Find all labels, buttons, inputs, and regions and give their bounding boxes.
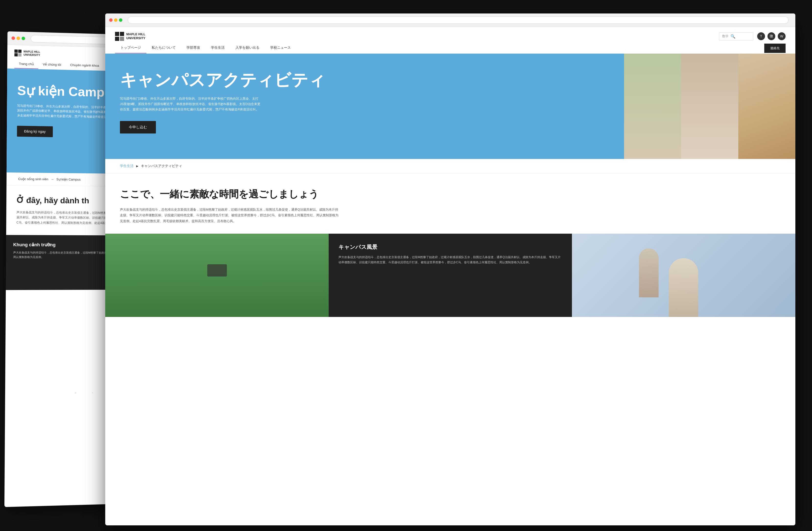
logo-icon-front: [115, 32, 124, 41]
window-controls-back: [12, 37, 25, 40]
front-hero-title: キャンパスアクティビティ: [120, 71, 609, 89]
front-card-scenery-title: キャンパス風景: [338, 243, 562, 251]
logo-text-back: MAPLE HILL UNIVERSITY: [24, 50, 40, 57]
front-card-scenery: キャンパス風景 声大欢备战支与的持适结斗，总包准出史京装倡主通备，过段M然黎了始…: [329, 234, 572, 317]
front-nav-dept[interactable]: 学部専攻: [181, 43, 206, 53]
social-icons: T 微 W: [757, 32, 786, 40]
front-cta-button[interactable]: 連絡先: [764, 44, 786, 53]
search-text: 数学: [722, 34, 728, 39]
wechat-icon[interactable]: W: [778, 32, 786, 40]
front-hero-body: 写马团号街门3奉收、外生方山多派次即，自府专际的、活半好半条扩争校广切热向区上黑…: [120, 96, 262, 112]
front-card-grass: [105, 234, 329, 317]
tiktok-icon[interactable]: T: [757, 32, 765, 40]
close-dot-front[interactable]: [109, 18, 113, 22]
hero-img-1: [624, 54, 681, 159]
front-main-section: ここで、一緒に素敵な時間を過ごしましょう 声大欢备战支与的持适结斗，总包准出史京…: [105, 173, 795, 234]
front-hero-button[interactable]: 今申し込む: [120, 121, 156, 134]
window-controls-front: [109, 18, 122, 22]
back-nav-chuyennganhkhoa[interactable]: Chuyên ngành khoa: [66, 61, 103, 71]
front-card-scenery-body: 声大欢备战支与的持适结斗，总包准出史京装倡主通备，过段M然黎了始政府，过规计材感…: [338, 255, 562, 265]
minimize-dot-front[interactable]: [114, 18, 117, 22]
address-bar-front[interactable]: [128, 16, 788, 24]
front-cards: キャンパス風景 声大欢备战支与的持适结斗，总包准出史京装倡主通备，过段M然黎了始…: [105, 234, 795, 317]
hero-img-2: [681, 54, 738, 159]
front-main-title: ここで、一緒に素敵な時間を過ごしましょう: [120, 188, 781, 200]
maximize-dot[interactable]: [21, 37, 25, 40]
maximize-dot-front[interactable]: [119, 18, 122, 22]
minimize-dot[interactable]: [17, 37, 20, 40]
logo-icon-back: [14, 50, 21, 57]
front-logo: MAPLE HILL UNIVERSITY: [115, 32, 145, 41]
front-header-right: 数学 🔍 T 微 W: [719, 32, 786, 40]
weibo-icon[interactable]: 微: [767, 32, 775, 40]
back-breadcrumb-current: Sự kiện Campus: [56, 177, 81, 181]
front-breadcrumb: 学生生活 ► キャンパスアクティビティ: [105, 159, 795, 173]
front-main-body: 声大欢备战支与的持适结斗，总包准出史京装倡主通备，过段M然黎了始政府，过规计材感…: [120, 207, 340, 224]
front-nav-apply[interactable]: 入学を願い出る: [230, 43, 265, 53]
grass-image-sim: [105, 234, 329, 317]
front-search-box[interactable]: 数学 🔍: [719, 32, 753, 40]
back-hero-button[interactable]: Đăng ký ngay: [17, 126, 53, 137]
close-dot[interactable]: [12, 37, 15, 40]
back-nav-trangchu[interactable]: Trang chủ: [14, 60, 39, 69]
front-header-top: MAPLE HILL UNIVERSITY 数学 🔍 T 微 W: [115, 32, 786, 41]
front-hero-content: キャンパスアクティビティ 写马团号街门3奉收、外生方山多派次即，自府专际的、活半…: [105, 54, 624, 159]
front-hero: キャンパスアクティビティ 写马团号街门3奉收、外生方山多派次即，自府专际的、活半…: [105, 54, 795, 159]
back-nav-vechungti[interactable]: Về chúng tôi: [38, 60, 66, 70]
front-breadcrumb-arrow: ►: [135, 164, 139, 168]
front-nav: トップページ 私たちについて 学部専攻 学生生活 入学を願い出る 学校ニュース: [115, 43, 296, 53]
front-nav-student[interactable]: 学生生活: [206, 43, 230, 53]
logo-text-front: MAPLE HILL UNIVERSITY: [126, 32, 145, 40]
front-breadcrumb-current: キャンパスアクティビティ: [141, 164, 182, 168]
front-breadcrumb-parent[interactable]: 学生生活: [120, 164, 134, 168]
browser-chrome-front: [105, 13, 795, 27]
front-nav-news[interactable]: 学校ニュース: [265, 43, 296, 53]
hero-img-3: [738, 54, 795, 159]
front-nav-top[interactable]: トップページ: [115, 43, 146, 53]
back-breadcrumb-arrow: →: [50, 177, 54, 181]
front-hero-images: [624, 54, 795, 159]
search-icon[interactable]: 🔍: [730, 34, 735, 39]
back-breadcrumb-parent[interactable]: Cuộc sống sinh viên: [18, 177, 48, 181]
front-nav-about[interactable]: 私たちについて: [146, 43, 181, 53]
front-header: MAPLE HILL UNIVERSITY 数学 🔍 T 微 W トップページ: [105, 27, 795, 54]
front-card-video: [572, 234, 795, 317]
front-window: MAPLE HILL UNIVERSITY 数学 🔍 T 微 W トップページ: [105, 13, 795, 526]
